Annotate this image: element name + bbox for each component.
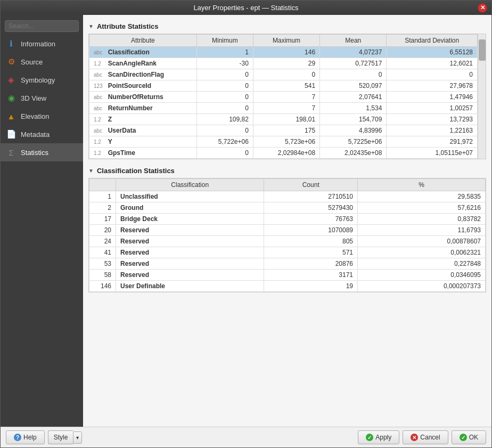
attr-mean: 2,02435e+08 — [320, 148, 387, 159]
cancel-icon: ✕ — [411, 434, 418, 441]
table-row[interactable]: abc NumberOfReturns 0 7 2,07641 1,47946 — [89, 92, 478, 103]
class-id: 17 — [89, 214, 116, 225]
attr-type: 123 — [89, 80, 104, 92]
table-row[interactable]: 58 Reserved 3171 0,0346095 — [89, 270, 486, 281]
class-col-id — [89, 179, 116, 191]
attr-scrollbar[interactable] — [478, 34, 486, 159]
attr-col-mean: Mean — [320, 35, 387, 47]
table-row[interactable]: 20 Reserved 1070089 11,6793 — [89, 225, 486, 236]
table-row[interactable]: 24 Reserved 805 0,00878607 — [89, 236, 486, 247]
sidebar-search-input[interactable] — [5, 20, 79, 32]
attr-type: abc — [89, 125, 104, 136]
attr-name: Classification — [104, 47, 197, 58]
attr-min: -30 — [196, 58, 253, 69]
attr-min: 0 — [196, 92, 253, 103]
sidebar-item-elevation[interactable]: ▲Elevation — [1, 107, 83, 125]
sidebar-item-statistics[interactable]: ΣStatistics — [1, 143, 83, 161]
ok-button[interactable]: ✓ OK — [452, 430, 486, 444]
style-button[interactable]: Style — [48, 430, 73, 444]
help-icon: ? — [14, 434, 21, 441]
classification-statistics-table: Classification Count % 1 Unclassified 27… — [89, 178, 486, 292]
sidebar-item-symbology[interactable]: ◈Symbology — [1, 71, 83, 89]
table-row[interactable]: 41 Reserved 571 0,0062321 — [89, 247, 486, 258]
attr-col-attribute: Attribute — [89, 35, 197, 47]
table-row[interactable]: 123 PointSourceId 0 541 520,097 27,9678 — [89, 80, 478, 92]
attr-std: 13,7293 — [387, 114, 478, 125]
table-row[interactable]: abc ReturnNumber 0 7 1,534 1,00257 — [89, 103, 478, 114]
apply-icon: ✓ — [366, 434, 373, 441]
attr-mean: 154,709 — [320, 114, 387, 125]
attr-type: abc — [89, 92, 104, 103]
table-row[interactable]: 146 User Definable 19 0,000207373 — [89, 281, 486, 292]
table-row[interactable]: 53 Reserved 20876 0,227848 — [89, 258, 486, 270]
attr-std: 291,972 — [387, 136, 478, 148]
help-button[interactable]: ? Help — [6, 430, 45, 444]
class-count: 2710510 — [264, 191, 358, 202]
attribute-statistics-table: Attribute Minimum Maximum Mean Standard … — [89, 34, 478, 159]
cancel-button[interactable]: ✕ Cancel — [403, 430, 448, 444]
table-row[interactable]: 1 Unclassified 2710510 29,5835 — [89, 191, 486, 202]
attribute-statistics-table-inner: Attribute Minimum Maximum Mean Standard … — [89, 34, 478, 159]
attr-name: ScanAngleRank — [104, 58, 197, 69]
sidebar-item-source[interactable]: ⚙Source — [1, 53, 83, 71]
class-section-title: Classification Statistics — [97, 167, 175, 175]
attr-section-arrow: ▼ — [88, 23, 94, 29]
attr-max: 198,01 — [253, 114, 319, 125]
attr-name: NumberOfReturns — [104, 92, 197, 103]
sidebar-item-metadata[interactable]: 📄Metadata — [1, 125, 83, 143]
class-name: Reserved — [116, 236, 264, 247]
close-button[interactable]: ✕ — [478, 3, 487, 13]
class-count: 571 — [264, 247, 358, 258]
classification-statistics-header: ▼ Classification Statistics — [88, 167, 486, 175]
table-row[interactable]: 1.2 Z 109,82 198,01 154,709 13,7293 — [89, 114, 478, 125]
table-row[interactable]: 1.2 GpsTime 0 2,02984e+08 2,02435e+08 1,… — [89, 148, 478, 159]
main-window: Layer Properties - ept — Statistics ✕ ℹI… — [0, 0, 492, 448]
table-row[interactable]: 1.2 ScanAngleRank -30 29 0,727517 12,602… — [89, 58, 478, 69]
attr-name: ReturnNumber — [104, 103, 197, 114]
class-pct: 0,000207373 — [358, 281, 486, 292]
sidebar-label-statistics: Statistics — [21, 149, 48, 157]
symbology-icon: ◈ — [6, 75, 17, 85]
attr-min: 0 — [196, 80, 253, 92]
attr-type: abc — [89, 103, 104, 114]
table-row[interactable]: abc ScanDirectionFlag 0 0 0 0 — [89, 69, 478, 80]
sidebar-label-information: Information — [21, 40, 55, 48]
attr-max: 5,723e+06 — [253, 136, 319, 148]
class-pct: 29,5835 — [358, 191, 486, 202]
attr-type: abc — [89, 47, 104, 58]
sidebar-item-information[interactable]: ℹInformation — [1, 35, 83, 53]
attr-std: 0 — [387, 69, 478, 80]
table-row[interactable]: 17 Bridge Deck 76763 0,83782 — [89, 214, 486, 225]
sidebar-items-container: ℹInformation⚙Source◈Symbology◉3D View▲El… — [1, 35, 83, 161]
class-id: 41 — [89, 247, 116, 258]
attr-max: 7 — [253, 103, 319, 114]
sidebar-item-3dview[interactable]: ◉3D View — [1, 89, 83, 107]
titlebar: Layer Properties - ept — Statistics ✕ — [1, 1, 491, 15]
class-pct: 0,00878607 — [358, 236, 486, 247]
class-pct: 11,6793 — [358, 225, 486, 236]
attr-name: ScanDirectionFlag — [104, 69, 197, 80]
content-area: ℹInformation⚙Source◈Symbology◉3D View▲El… — [1, 15, 491, 427]
table-row[interactable]: abc UserData 0 175 4,83996 1,22163 — [89, 125, 478, 136]
attr-min: 0 — [196, 148, 253, 159]
attribute-statistics-header: ▼ Attribute Statistics — [88, 22, 486, 30]
class-section-arrow: ▼ — [88, 168, 94, 174]
attr-mean: 0,727517 — [320, 58, 387, 69]
class-id: 1 — [89, 191, 116, 202]
class-count: 76763 — [264, 214, 358, 225]
table-row[interactable]: abc Classification 1 146 4,07237 6,55128 — [89, 47, 478, 58]
style-dropdown-button[interactable]: ▾ — [73, 431, 82, 444]
source-icon: ⚙ — [6, 56, 17, 67]
attr-name: PointSourceId — [104, 80, 197, 92]
apply-button[interactable]: ✓ Apply — [358, 430, 399, 444]
attr-mean: 2,07641 — [320, 92, 387, 103]
table-row[interactable]: 1.2 Y 5,722e+06 5,723e+06 5,7225e+06 291… — [89, 136, 478, 148]
class-id: 2 — [89, 202, 116, 214]
attr-type: 1.2 — [89, 136, 104, 148]
table-row[interactable]: 2 Ground 5279430 57,6216 — [89, 202, 486, 214]
class-count: 1070089 — [264, 225, 358, 236]
sidebar-label-metadata: Metadata — [21, 131, 50, 139]
attr-min: 109,82 — [196, 114, 253, 125]
ok-icon: ✓ — [460, 434, 467, 441]
attr-mean: 4,83996 — [320, 125, 387, 136]
